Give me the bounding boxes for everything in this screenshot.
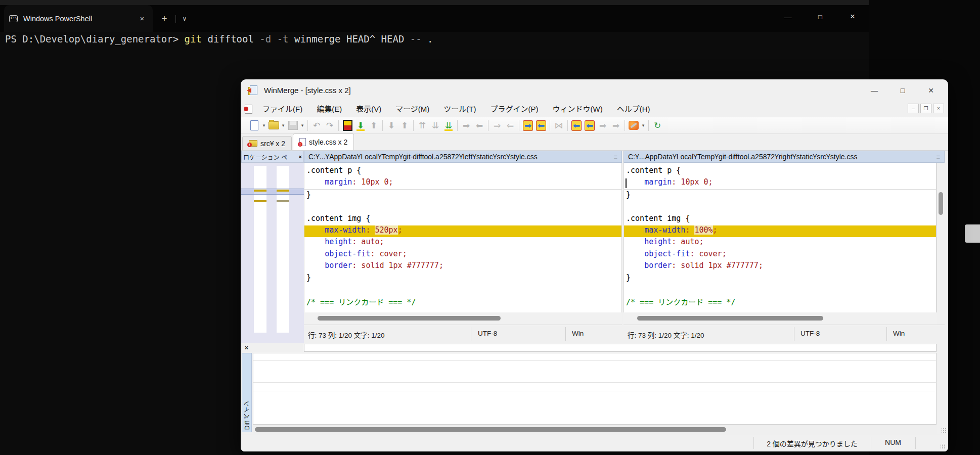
code-line: border: solid 1px #777777; [304, 261, 621, 272]
winmerge-close-button[interactable]: ✕ [917, 79, 945, 101]
menu-window[interactable]: ウィンドウ(W) [546, 103, 610, 116]
diff-pane-resize-grip[interactable] [942, 428, 947, 433]
toolbar-last-difference-icon[interactable]: ⇊ [442, 119, 455, 132]
terminal-tab-powershell[interactable]: C:\ Windows PowerShell × [4, 5, 153, 32]
menu-edit[interactable]: 編集(E) [309, 103, 349, 116]
toolbar-copy-right-advance-icon[interactable]: ⇒ [491, 119, 504, 132]
open-file-glyph [269, 121, 279, 129]
dropdown-caret-icon[interactable]: ▾ [640, 119, 646, 132]
tab-src[interactable]: !src¥ x 2 [242, 136, 292, 150]
right-file-path: C:¥...AppData¥Local¥Temp¥git-difftool.a2… [628, 153, 933, 161]
right-code-editor[interactable]: .content p { margin: 10px 0;}.content im… [623, 163, 937, 312]
mdi-close-button[interactable]: × [933, 104, 944, 113]
command-segment: git [185, 33, 202, 44]
toolbar-goto-left-diff-icon[interactable]: ⬅ [583, 119, 596, 132]
diff-pane-content[interactable] [253, 353, 937, 425]
toolbar-current-difference-icon[interactable]: ⇊ [429, 119, 442, 132]
terminal-command-line[interactable]: PS D:\Develop\diary_generator> git difft… [5, 33, 433, 44]
command-segment: . [422, 33, 433, 44]
mdi-restore-button[interactable]: ❐ [920, 104, 931, 113]
code-line [304, 202, 621, 213]
winmerge-minimize-button[interactable]: — [860, 79, 888, 101]
toolbar-grip [244, 120, 246, 131]
toolbar-next-difference-icon[interactable]: ⬇ [354, 119, 367, 132]
toolbar-separator [550, 120, 550, 131]
right-vscroll-thumb[interactable] [939, 192, 943, 215]
window-resize-grip[interactable] [941, 444, 946, 449]
diff-pane-label: Diff ペイン [243, 401, 251, 430]
diff-marker [254, 200, 266, 202]
toolbar-first-difference-icon[interactable]: ⇈ [416, 119, 429, 132]
location-pane-title: ロケーション ペ [243, 153, 299, 161]
toolbar-copy-left-advance-icon[interactable]: ⇐ [504, 119, 517, 132]
toolbar-separator [648, 120, 649, 131]
left-hscroll-thumb[interactable] [318, 316, 501, 321]
diff-right-glyph: ➡ [463, 121, 470, 130]
left-horizontal-scrollbar [304, 312, 622, 325]
left-path-menu-icon[interactable]: ≡ [613, 153, 617, 161]
toolbar-previous-conflict-icon[interactable]: ⬆ [398, 119, 411, 132]
toolbar-new-file-icon[interactable] [248, 119, 261, 132]
location-pane-map[interactable] [241, 163, 304, 343]
terminal-minimize-button[interactable]: — [772, 5, 804, 28]
toolbar-diff-right-icon[interactable]: ➡ [460, 119, 473, 132]
toolbar-copy-to-right-icon[interactable]: ➡ [521, 119, 534, 132]
diff-marker [277, 190, 289, 192]
right-cursor-position: 行: 73 列: 1/20 文字: 1/20 [628, 330, 704, 340]
left-code-editor[interactable]: .content p { margin: 10px 0;}.content im… [304, 163, 622, 312]
winmerge-maximize-button[interactable]: □ [888, 79, 917, 101]
location-pane-close-icon[interactable]: × [299, 154, 302, 160]
terminal-tab-bar: C:\ Windows PowerShell × + ∨ — □ × [0, 5, 869, 32]
toolbar-save-icon[interactable] [286, 119, 299, 132]
toolbar-goto-next-file-icon[interactable]: ➡ [609, 119, 622, 132]
toolbar-next-conflict-icon[interactable]: ⬇ [385, 119, 398, 132]
new-tab-button[interactable]: + [157, 11, 172, 26]
toolbar-compare-method-icon[interactable] [341, 119, 354, 132]
toolbar-copy-all-to-left-icon[interactable]: ⬅ [570, 119, 583, 132]
mdi-minimize-button[interactable]: – [908, 104, 919, 113]
goto-right-diff-glyph: ➡ [599, 121, 606, 130]
right-path-menu-icon[interactable]: ≡ [936, 153, 940, 161]
code-line: max-width: 100%; [624, 225, 936, 237]
tab-dropdown-icon[interactable]: ∨ [178, 11, 191, 26]
toolbar-options-icon[interactable] [627, 119, 640, 132]
terminal-tab-close-icon[interactable]: × [137, 14, 148, 23]
dropdown-caret-icon[interactable]: ▾ [261, 119, 267, 132]
code-line [624, 202, 936, 213]
menu-file[interactable]: ファイル(F) [255, 103, 309, 116]
right-path-header: C:¥...AppData¥Local¥Temp¥git-difftool.a2… [623, 151, 945, 163]
menu-tools[interactable]: ツール(T) [436, 103, 483, 116]
code-line: .content img { [624, 214, 936, 225]
toolbar-redo-icon[interactable]: ↷ [323, 119, 336, 132]
diff-count-message: 2 個の差異が見つかりました [753, 438, 871, 448]
current-diff-band [241, 189, 304, 195]
options-glyph [629, 121, 639, 130]
toolbar-goto-right-diff-icon[interactable]: ➡ [596, 119, 609, 132]
text-cursor [626, 178, 627, 188]
copy-all-to-left-glyph: ⬅ [572, 121, 581, 130]
dropdown-caret-icon[interactable]: ▾ [280, 119, 286, 132]
right-hscroll-thumb[interactable] [637, 316, 823, 321]
toolbar-open-file-icon[interactable] [267, 119, 280, 132]
toolbar-refresh-icon[interactable]: ↻ [651, 119, 664, 132]
menu-help[interactable]: ヘルプ(H) [610, 103, 657, 116]
menu-plugins[interactable]: プラグイン(P) [483, 103, 546, 116]
toolbar-copy-to-left-icon[interactable]: ⬅ [534, 119, 548, 132]
menu-view[interactable]: 表示(V) [349, 103, 388, 116]
toolbar-undo-icon[interactable]: ↶ [310, 119, 323, 132]
diff-pane-hscroll-thumb[interactable] [255, 427, 726, 432]
tab-stylecss[interactable]: !style.css x 2 [293, 133, 354, 150]
toolbar-previous-difference-icon[interactable]: ⬆ [367, 119, 380, 132]
right-pane-statusbar: 行: 73 列: 1/20 文字: 1/20 UTF-8 Win [623, 325, 945, 343]
goto-left-diff-glyph: ⬅ [585, 121, 594, 130]
terminal-maximize-button[interactable]: □ [804, 5, 836, 28]
diff-pane-close-icon[interactable]: × [245, 344, 248, 351]
code-line [304, 285, 621, 296]
toolbar-separator [457, 120, 458, 131]
menu-merge[interactable]: マージ(M) [388, 103, 436, 116]
toolbar-diff-left-icon[interactable]: ⬅ [473, 119, 486, 132]
dropdown-caret-icon[interactable]: ▾ [299, 119, 305, 132]
toolbar-swap-panes-icon[interactable]: ⋈ [552, 119, 565, 132]
terminal-close-button[interactable]: × [836, 5, 869, 28]
terminal-icon: C:\ [9, 15, 18, 22]
